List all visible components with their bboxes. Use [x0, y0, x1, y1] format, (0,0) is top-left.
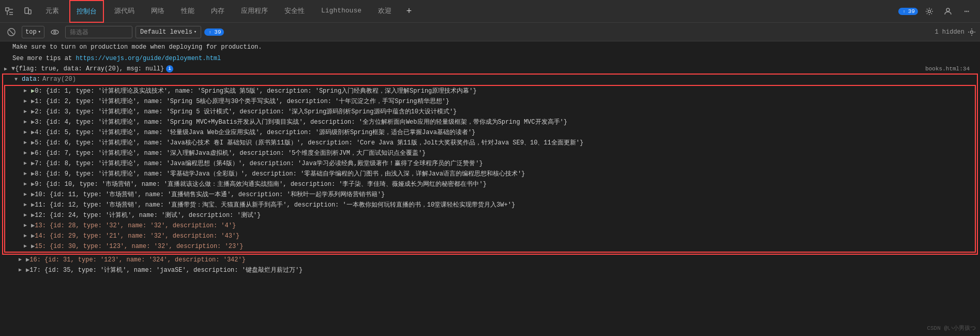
tab-security[interactable]: 安全性 — [278, 0, 311, 23]
svg-point-14 — [54, 31, 56, 33]
console-toolbar: top ▾ Default levels ▾ ! 39 1 hidden — [0, 23, 980, 41]
list-item: ▶ 13: {id: 28, type: '32', name: '32', d… — [5, 221, 975, 231]
context-selector[interactable]: top ▾ — [22, 26, 44, 38]
item-arrow-6[interactable] — [24, 149, 31, 158]
profile-icon-btn[interactable] — [941, 4, 955, 19]
tab-performance[interactable]: 性能 — [175, 0, 201, 23]
clear-console-btn[interactable] — [4, 26, 19, 38]
list-item: ▶ 10: {id: 11, type: '市场营销', name: '直播销售… — [5, 189, 975, 200]
mobile-icon-btn[interactable] — [21, 4, 35, 19]
list-item: ▶ 1: {id: 2, type: '计算机理论', name: 'Sprin… — [5, 96, 975, 107]
source-link[interactable]: books.html:34 — [925, 66, 976, 72]
list-item: ▶ 4: {id: 5, type: '计算机理论', name: '轻量级Ja… — [5, 127, 975, 138]
item-arrow-17[interactable] — [19, 266, 26, 275]
data-arrow[interactable] — [14, 77, 22, 82]
info-message-2: See more tips at https://vuejs.org/guide… — [0, 53, 980, 64]
list-item: ▶ 3: {id: 4, type: '计算机理论', name: 'Sprin… — [5, 117, 975, 127]
item-arrow-16[interactable] — [19, 255, 26, 265]
tab-network[interactable]: 网络 — [145, 0, 171, 23]
tab-sources[interactable]: 源代码 — [108, 0, 141, 23]
list-item: ▶ 6: {id: 7, type: '计算机理论', name: '深入理解J… — [5, 148, 975, 158]
info-message-1: Make sure to turn on production mode whe… — [0, 41, 980, 53]
settings-icon-btn[interactable] — [922, 4, 937, 19]
item-arrow-13[interactable] — [24, 221, 31, 230]
toolbar-badge: ! 39 — [204, 28, 224, 36]
svg-line-12 — [9, 30, 13, 34]
svg-point-10 — [946, 8, 949, 11]
list-item: ▶ 2: {id: 3, type: '计算机理论', name: 'Sprin… — [5, 107, 975, 117]
list-item: ▶ 5: {id: 6, type: '计算机理论', name: 'Java核… — [5, 138, 975, 148]
item-arrow-8[interactable] — [24, 169, 31, 179]
outer-object-row: ▼ {flag: true, data: Array(20), msg: nul… — [0, 64, 980, 74]
list-item: ▶ 17: {id: 35, type: '计算机', name: 'javaS… — [0, 265, 980, 275]
outer-arrow[interactable] — [4, 66, 11, 72]
list-item: ▶ 12: {id: 24, type: '计算机', name: '测试', … — [5, 210, 975, 221]
deployment-link[interactable]: https://vuejs.org/guide/deployment.html — [76, 55, 221, 62]
inspect-icon-btn[interactable] — [2, 4, 17, 19]
list-item: ▶ 9: {id: 10, type: '市场营销', name: '直播就该这… — [5, 179, 975, 189]
array-items-section: ▶ 0: {id: 1, type: '计算机理论及实战技术', name: '… — [4, 85, 976, 253]
tab-console[interactable]: 控制台 — [69, 0, 104, 23]
tab-memory[interactable]: 内存 — [205, 0, 231, 23]
svg-point-9 — [928, 10, 931, 12]
item-arrow-3[interactable] — [24, 118, 31, 127]
error-badge: ! 39 — [898, 8, 918, 15]
list-item: ▶ 16: {id: 31, type: '123', name: '324',… — [0, 255, 980, 265]
tab-bar-left: 元素 控制台 源代码 网络 性能 内存 应用程序 安全性 Lighthouse … — [2, 0, 416, 23]
item-arrow-4[interactable] — [24, 128, 31, 137]
svg-rect-0 — [6, 8, 9, 11]
svg-text:!: ! — [209, 31, 211, 35]
svg-rect-5 — [25, 8, 28, 13]
item-arrow-10[interactable] — [24, 190, 31, 199]
item-arrow-1[interactable] — [24, 97, 31, 106]
svg-rect-6 — [28, 10, 31, 14]
info-icon: i — [166, 65, 173, 72]
item-arrow-9[interactable] — [24, 180, 31, 189]
list-item: ▶ 14: {id: 29, type: '21', name: '32', d… — [5, 231, 975, 241]
list-item: ▶ 0: {id: 1, type: '计算机理论及实战技术', name: '… — [5, 86, 975, 96]
item-arrow-5[interactable] — [24, 138, 31, 148]
item-arrow-15[interactable] — [24, 242, 31, 251]
item-arrow-12[interactable] — [24, 211, 31, 220]
tab-lighthouse[interactable]: Lighthouse — [315, 0, 368, 23]
item-arrow-7[interactable] — [24, 159, 31, 168]
svg-point-13 — [51, 30, 58, 34]
more-options-btn[interactable]: ⋯ — [959, 4, 974, 19]
tab-bar-right: ! 39 ⋯ — [898, 4, 978, 19]
svg-point-17 — [971, 31, 973, 33]
list-item: ▶ 7: {id: 8, type: '计算机理论', name: 'Java编… — [5, 158, 975, 169]
item-arrow-2[interactable] — [24, 107, 31, 116]
eye-btn[interactable] — [48, 26, 62, 38]
filter-input[interactable] — [65, 26, 132, 38]
tab-application[interactable]: 应用程序 — [235, 0, 274, 23]
settings-icon[interactable] — [968, 28, 976, 36]
data-array-section: data : Array(20) ▶ 0: {id: 1, type: '计算机… — [2, 74, 978, 255]
toolbar-right: 1 hidden — [934, 28, 976, 36]
tab-elements[interactable]: 元素 — [39, 0, 65, 23]
list-item: ▶ 8: {id: 9, type: '计算机理论', name: '零基础学J… — [5, 169, 975, 179]
item-arrow-0[interactable] — [24, 86, 31, 96]
watermark: CSDN @い小男孩つ — [927, 324, 976, 332]
svg-text:!: ! — [903, 10, 905, 14]
item-arrow-11[interactable] — [24, 200, 31, 210]
console-output: Make sure to turn on production mode whe… — [0, 41, 980, 336]
list-item: ▶ 15: {id: 30, type: '123', name: '32', … — [5, 241, 975, 252]
data-array-header: data : Array(20) — [3, 75, 977, 84]
list-item: ▶ 11: {id: 12, type: '市场营销', name: '直播带货… — [5, 200, 975, 210]
tab-bar: 元素 控制台 源代码 网络 性能 内存 应用程序 安全性 Lighthouse … — [0, 0, 980, 23]
item-arrow-14[interactable] — [24, 231, 31, 241]
tab-welcome[interactable]: 欢迎 — [372, 0, 398, 23]
add-tab-button[interactable]: + — [402, 4, 416, 19]
log-levels-btn[interactable]: Default levels ▾ — [135, 26, 201, 38]
